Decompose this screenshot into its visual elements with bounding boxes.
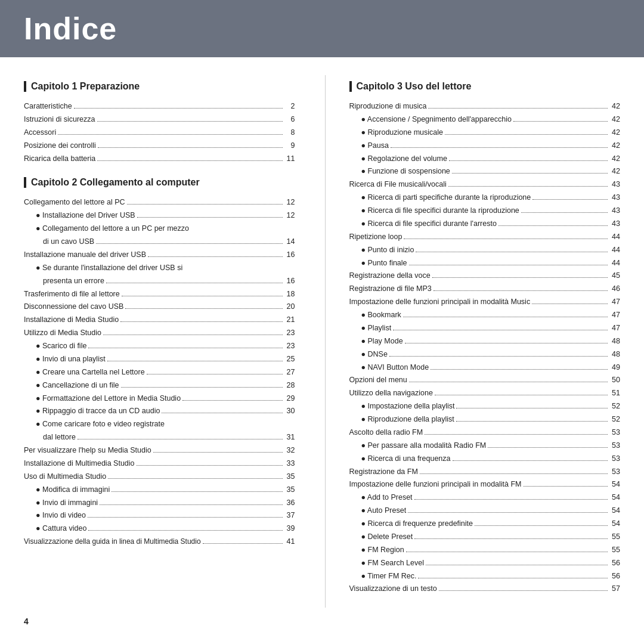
chapter-3-section: Capitolo 3 Uso del lettore Riproduzione … [349,81,621,596]
chapter-2-title: Capitolo 2 Collegamento al computer [24,177,295,188]
chapter-3-title: Capitolo 3 Uso del lettore [349,81,621,92]
right-column: Capitolo 3 Uso del lettore Riproduzione … [349,75,627,608]
column-divider [325,75,326,608]
chapter-3-entries: Riproduzione di musica42 ● Accensione / … [349,100,621,596]
header: Indice [0,0,644,57]
chapter-1-title: Capitolo 1 Preparazione [24,81,295,92]
chapter-2-entries: Collegamento del lettore al PC12 ● Insta… [24,196,295,549]
chapter-1-section: Capitolo 1 Preparazione Caratteristiche2… [24,81,295,165]
page-title: Indice [24,11,620,47]
chapter-2-section: Capitolo 2 Collegamento al computer Coll… [24,177,295,549]
toc-entry: Caratteristiche2 Istruzioni di sicurezza… [24,100,295,165]
left-column: Capitolo 1 Preparazione Caratteristiche2… [24,75,301,608]
page-number: 4 [24,617,29,626]
